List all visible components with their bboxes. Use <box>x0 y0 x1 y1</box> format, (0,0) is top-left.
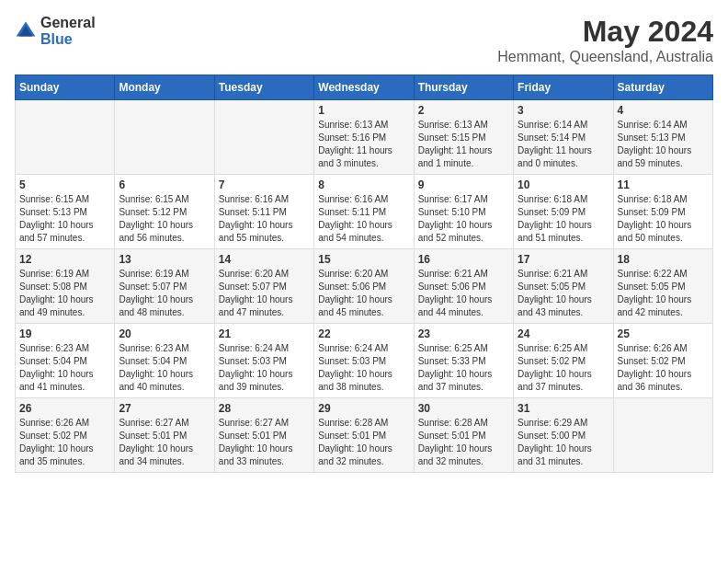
day-info: Sunrise: 6:23 AM Sunset: 5:04 PM Dayligh… <box>119 342 210 394</box>
calendar-cell: 14Sunrise: 6:20 AM Sunset: 5:07 PM Dayli… <box>214 249 313 324</box>
header-cell-friday: Friday <box>514 75 613 100</box>
day-info: Sunrise: 6:18 AM Sunset: 5:09 PM Dayligh… <box>618 193 709 245</box>
day-number: 22 <box>318 327 409 340</box>
day-info: Sunrise: 6:19 AM Sunset: 5:07 PM Dayligh… <box>119 268 210 319</box>
page-header: General Blue May 2024 Hemmant, Queenslan… <box>15 15 713 65</box>
day-info: Sunrise: 6:20 AM Sunset: 5:06 PM Dayligh… <box>318 268 409 319</box>
day-number: 31 <box>518 402 609 415</box>
day-number: 23 <box>418 327 509 340</box>
day-number: 9 <box>418 178 509 191</box>
calendar-cell: 2Sunrise: 6:13 AM Sunset: 5:15 PM Daylig… <box>414 100 513 175</box>
day-number: 8 <box>318 178 409 191</box>
day-number: 17 <box>518 253 609 266</box>
day-info: Sunrise: 6:22 AM Sunset: 5:05 PM Dayligh… <box>618 268 709 319</box>
day-number: 21 <box>219 327 310 340</box>
calendar-cell <box>115 100 214 175</box>
calendar-cell: 26Sunrise: 6:26 AM Sunset: 5:02 PM Dayli… <box>16 398 115 473</box>
day-info: Sunrise: 6:13 AM Sunset: 5:16 PM Dayligh… <box>318 119 409 170</box>
calendar-cell: 17Sunrise: 6:21 AM Sunset: 5:05 PM Dayli… <box>514 249 613 324</box>
day-number: 15 <box>318 253 409 266</box>
day-info: Sunrise: 6:26 AM Sunset: 5:02 PM Dayligh… <box>618 342 709 394</box>
day-info: Sunrise: 6:16 AM Sunset: 5:11 PM Dayligh… <box>219 193 310 245</box>
calendar-cell: 12Sunrise: 6:19 AM Sunset: 5:08 PM Dayli… <box>16 249 115 324</box>
calendar-cell: 3Sunrise: 6:14 AM Sunset: 5:14 PM Daylig… <box>514 100 613 175</box>
day-info: Sunrise: 6:27 AM Sunset: 5:01 PM Dayligh… <box>119 417 210 468</box>
calendar-cell: 21Sunrise: 6:24 AM Sunset: 5:03 PM Dayli… <box>214 324 313 398</box>
day-info: Sunrise: 6:27 AM Sunset: 5:01 PM Dayligh… <box>219 417 310 468</box>
calendar-cell: 15Sunrise: 6:20 AM Sunset: 5:06 PM Dayli… <box>314 249 414 324</box>
week-row-4: 26Sunrise: 6:26 AM Sunset: 5:02 PM Dayli… <box>16 398 713 473</box>
calendar-cell: 23Sunrise: 6:25 AM Sunset: 5:33 PM Dayli… <box>414 324 513 398</box>
calendar-cell: 13Sunrise: 6:19 AM Sunset: 5:07 PM Dayli… <box>115 249 214 324</box>
calendar-cell: 1Sunrise: 6:13 AM Sunset: 5:16 PM Daylig… <box>314 100 414 175</box>
day-number: 2 <box>418 104 509 117</box>
day-number: 7 <box>219 178 310 191</box>
header-row: SundayMondayTuesdayWednesdayThursdayFrid… <box>16 75 713 100</box>
day-info: Sunrise: 6:20 AM Sunset: 5:07 PM Dayligh… <box>219 268 310 319</box>
week-row-1: 5Sunrise: 6:15 AM Sunset: 5:13 PM Daylig… <box>16 175 713 249</box>
calendar-header: SundayMondayTuesdayWednesdayThursdayFrid… <box>16 75 713 100</box>
day-number: 27 <box>119 402 210 415</box>
calendar-cell: 11Sunrise: 6:18 AM Sunset: 5:09 PM Dayli… <box>613 175 712 249</box>
header-cell-saturday: Saturday <box>613 75 712 100</box>
logo-blue: Blue <box>40 31 73 47</box>
logo-text: General Blue <box>40 15 96 48</box>
week-row-2: 12Sunrise: 6:19 AM Sunset: 5:08 PM Dayli… <box>16 249 713 324</box>
calendar-cell: 5Sunrise: 6:15 AM Sunset: 5:13 PM Daylig… <box>16 175 115 249</box>
day-info: Sunrise: 6:15 AM Sunset: 5:12 PM Dayligh… <box>119 193 210 245</box>
day-info: Sunrise: 6:23 AM Sunset: 5:04 PM Dayligh… <box>19 342 110 394</box>
calendar-cell <box>613 398 712 473</box>
day-number: 19 <box>19 327 110 340</box>
day-info: Sunrise: 6:14 AM Sunset: 5:14 PM Dayligh… <box>518 119 609 170</box>
calendar-cell: 30Sunrise: 6:28 AM Sunset: 5:01 PM Dayli… <box>414 398 513 473</box>
calendar-cell <box>214 100 313 175</box>
day-number: 1 <box>318 104 409 117</box>
day-number: 4 <box>618 104 709 117</box>
day-number: 18 <box>618 253 709 266</box>
day-info: Sunrise: 6:24 AM Sunset: 5:03 PM Dayligh… <box>318 342 409 394</box>
week-row-0: 1Sunrise: 6:13 AM Sunset: 5:16 PM Daylig… <box>16 100 713 175</box>
calendar-table: SundayMondayTuesdayWednesdayThursdayFrid… <box>15 75 713 473</box>
logo-icon <box>15 20 37 42</box>
calendar-cell: 27Sunrise: 6:27 AM Sunset: 5:01 PM Dayli… <box>115 398 214 473</box>
logo-general: General <box>40 15 96 30</box>
calendar-cell: 6Sunrise: 6:15 AM Sunset: 5:12 PM Daylig… <box>115 175 214 249</box>
day-number: 6 <box>119 178 210 191</box>
day-info: Sunrise: 6:28 AM Sunset: 5:01 PM Dayligh… <box>318 417 409 468</box>
title-section: May 2024 Hemmant, Queensland, Australia <box>497 15 713 65</box>
day-number: 11 <box>618 178 709 191</box>
day-number: 14 <box>219 253 310 266</box>
day-info: Sunrise: 6:29 AM Sunset: 5:00 PM Dayligh… <box>518 417 609 468</box>
day-number: 20 <box>119 327 210 340</box>
calendar-cell: 29Sunrise: 6:28 AM Sunset: 5:01 PM Dayli… <box>314 398 414 473</box>
calendar-body: 1Sunrise: 6:13 AM Sunset: 5:16 PM Daylig… <box>16 100 713 473</box>
day-info: Sunrise: 6:21 AM Sunset: 5:05 PM Dayligh… <box>518 268 609 319</box>
calendar-cell: 31Sunrise: 6:29 AM Sunset: 5:00 PM Dayli… <box>514 398 613 473</box>
day-number: 16 <box>418 253 509 266</box>
header-cell-sunday: Sunday <box>16 75 115 100</box>
day-info: Sunrise: 6:21 AM Sunset: 5:06 PM Dayligh… <box>418 268 509 319</box>
day-number: 13 <box>119 253 210 266</box>
calendar-cell: 19Sunrise: 6:23 AM Sunset: 5:04 PM Dayli… <box>16 324 115 398</box>
page-title: May 2024 <box>497 15 713 49</box>
calendar-cell: 18Sunrise: 6:22 AM Sunset: 5:05 PM Dayli… <box>613 249 712 324</box>
day-info: Sunrise: 6:14 AM Sunset: 5:13 PM Dayligh… <box>618 119 709 170</box>
header-cell-wednesday: Wednesday <box>314 75 414 100</box>
header-cell-monday: Monday <box>115 75 214 100</box>
week-row-3: 19Sunrise: 6:23 AM Sunset: 5:04 PM Dayli… <box>16 324 713 398</box>
day-number: 29 <box>318 402 409 415</box>
day-info: Sunrise: 6:18 AM Sunset: 5:09 PM Dayligh… <box>518 193 609 245</box>
day-number: 24 <box>518 327 609 340</box>
calendar-cell: 20Sunrise: 6:23 AM Sunset: 5:04 PM Dayli… <box>115 324 214 398</box>
day-number: 12 <box>19 253 110 266</box>
day-number: 5 <box>19 178 110 191</box>
header-cell-thursday: Thursday <box>414 75 513 100</box>
calendar-cell: 4Sunrise: 6:14 AM Sunset: 5:13 PM Daylig… <box>613 100 712 175</box>
page-subtitle: Hemmant, Queensland, Australia <box>497 49 713 65</box>
day-info: Sunrise: 6:13 AM Sunset: 5:15 PM Dayligh… <box>418 119 509 170</box>
calendar-cell: 25Sunrise: 6:26 AM Sunset: 5:02 PM Dayli… <box>613 324 712 398</box>
day-number: 10 <box>518 178 609 191</box>
calendar-cell: 16Sunrise: 6:21 AM Sunset: 5:06 PM Dayli… <box>414 249 513 324</box>
calendar-cell: 22Sunrise: 6:24 AM Sunset: 5:03 PM Dayli… <box>314 324 414 398</box>
day-info: Sunrise: 6:25 AM Sunset: 5:33 PM Dayligh… <box>418 342 509 394</box>
